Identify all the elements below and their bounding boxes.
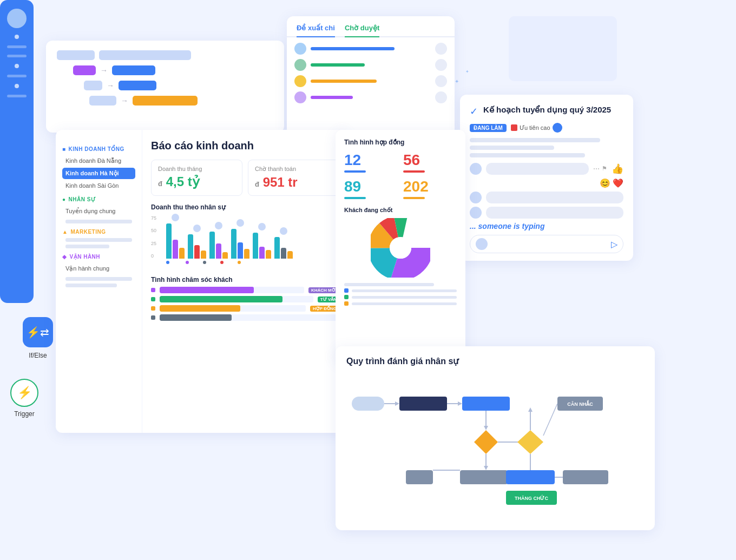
bar-avatar bbox=[280, 227, 287, 235]
heart-reaction: ❤️ bbox=[613, 178, 623, 188]
arrowhead bbox=[395, 401, 399, 406]
contract-num-12: 12 bbox=[344, 151, 398, 169]
node-dark bbox=[399, 397, 447, 411]
node-gray2 bbox=[563, 470, 608, 484]
chart-dot bbox=[203, 261, 206, 264]
wf-arrow: → bbox=[121, 96, 128, 105]
budget-item bbox=[294, 91, 447, 103]
contract-big-card: Tình hình hợp đồng 12 56 89 202 Khách đa… bbox=[336, 130, 465, 363]
kpi-pending-value: đ 951 tr bbox=[255, 175, 332, 190]
comment-input[interactable] bbox=[491, 240, 608, 248]
pie-svg bbox=[371, 218, 430, 278]
contract-num-56: 56 bbox=[403, 151, 457, 169]
kpi-prefix-2: đ bbox=[255, 180, 259, 188]
comment-row-3 bbox=[470, 207, 623, 219]
bar-avatar bbox=[215, 222, 222, 229]
task-header: ✓ Kế hoạch tuyển dụng quý 3/2025 bbox=[470, 104, 623, 117]
sidebar-line bbox=[7, 45, 27, 48]
nav-item-sai-gon[interactable]: Kinh doanh Sài Gòn bbox=[62, 180, 135, 191]
bar bbox=[216, 243, 221, 259]
budget-bar-wrap bbox=[311, 63, 431, 67]
nav-item-van-hanh-chung[interactable]: Vận hành chung bbox=[62, 263, 135, 274]
contract-num-89: 89 bbox=[344, 178, 398, 195]
bar-group bbox=[274, 237, 293, 259]
nav-item-ha-noi[interactable]: Kinh doanh Hà Nội bbox=[62, 168, 135, 179]
care-bar-wrap bbox=[160, 296, 313, 302]
care-dot bbox=[151, 306, 155, 311]
budget-bar bbox=[311, 63, 365, 67]
nav-icon-circle: ● bbox=[62, 196, 66, 202]
priority-avatar bbox=[553, 123, 562, 133]
chart-dots bbox=[166, 261, 339, 264]
task-check-icon: ✓ bbox=[470, 106, 478, 117]
tab-de-xuat-chi[interactable]: Đề xuất chi bbox=[297, 24, 335, 37]
bar bbox=[209, 232, 215, 259]
kpi-row: Doanh thu tháng đ 4,5 tỷ Chờ thanh toán … bbox=[151, 160, 339, 196]
thumbs-up-reaction: 👍 bbox=[612, 163, 623, 175]
bar bbox=[179, 248, 185, 259]
tab-cho-duyet[interactable]: Chờ duyệt bbox=[345, 24, 379, 37]
bar bbox=[201, 251, 206, 259]
legend-dot bbox=[344, 301, 349, 306]
kpi-revenue-value: đ 4,5 tỷ bbox=[158, 174, 235, 189]
kpi-pending-label: Chờ thanh toán bbox=[255, 166, 332, 173]
contract-bar bbox=[403, 197, 425, 199]
budget-item bbox=[294, 59, 447, 71]
care-badge-contract: HỢP ĐỒNG bbox=[310, 306, 339, 312]
pie-legend bbox=[344, 283, 457, 306]
comment-bubble-2 bbox=[486, 192, 623, 203]
legend-dot bbox=[344, 288, 349, 293]
arrow bbox=[543, 404, 557, 436]
bar-group bbox=[253, 233, 271, 259]
care-bar-wrap bbox=[160, 305, 306, 312]
task-comments: ⋯ ⚑ 👍 😊 ❤️ ... someone is typing ▷ bbox=[470, 163, 623, 253]
task-lines bbox=[470, 138, 623, 157]
pie-chart bbox=[371, 218, 430, 278]
nav-icon-square: ■ bbox=[62, 146, 66, 152]
node-blue bbox=[462, 397, 510, 411]
task-title: Kế hoạch tuyển dụng quý 3/2025 bbox=[483, 104, 611, 115]
chart-dot bbox=[220, 261, 224, 264]
process-svg: CÂN NHẮC THĂNG CHỨC bbox=[346, 375, 649, 505]
nav-item-tuyen-dung[interactable]: Tuyển dụng chung bbox=[62, 206, 135, 217]
comment-avatar-2 bbox=[470, 192, 482, 203]
send-button[interactable]: ▷ bbox=[611, 239, 617, 249]
bar bbox=[166, 223, 172, 259]
care-bar bbox=[160, 305, 240, 312]
comment-avatar-3 bbox=[470, 207, 482, 219]
kpi-pending: Chờ thanh toán đ 951 tr bbox=[248, 160, 339, 196]
budget-tabs: Đề xuất chi Chờ duyệt bbox=[287, 16, 455, 37]
sidebar-avatar bbox=[7, 9, 27, 28]
bar-group bbox=[188, 234, 206, 259]
task-line bbox=[470, 146, 554, 150]
nav-section-nhan-su: ● NHÂN SỰ bbox=[62, 196, 135, 202]
nav-separator bbox=[65, 220, 132, 223]
trigger-icon: ⚡ bbox=[10, 379, 38, 407]
sidebar-line bbox=[7, 95, 27, 97]
report-inner: ■ KINH DOANH TỔNG Kinh doanh Đà Nẵng Kin… bbox=[56, 130, 348, 433]
budget-bar bbox=[311, 47, 395, 50]
nav-separator bbox=[65, 238, 132, 242]
budget-person-avatar bbox=[435, 91, 447, 103]
pin-icon: ⚑ bbox=[602, 165, 607, 173]
thang-chuc-label: THĂNG CHỨC bbox=[515, 495, 548, 501]
legend-row bbox=[344, 301, 457, 306]
process-card: Quy trình đánh giá nhân sự bbox=[336, 346, 655, 530]
more-icon: ⋯ bbox=[593, 165, 600, 173]
legend-bar bbox=[352, 296, 457, 299]
process-title: Quy trình đánh giá nhân sự bbox=[346, 356, 644, 366]
care-bar bbox=[160, 287, 254, 293]
action-item-trigger[interactable]: ⚡ Trigger bbox=[10, 379, 38, 418]
pie-center bbox=[390, 237, 411, 259]
chart-dot bbox=[238, 261, 241, 264]
contract-bar bbox=[344, 197, 366, 199]
nav-item-da-nang[interactable]: Kinh doanh Đà Nẵng bbox=[62, 155, 135, 167]
wf-box-yellow bbox=[133, 96, 198, 106]
auto-label-ifelse: If/Else bbox=[29, 352, 47, 359]
bar bbox=[238, 242, 243, 259]
auto-item-ifelse[interactable]: ⚡⇄ If/Else bbox=[23, 317, 53, 359]
contract-num-202: 202 bbox=[403, 178, 457, 195]
closing-title: Khách đang chốt bbox=[344, 207, 457, 214]
comment-input-row[interactable]: ▷ bbox=[470, 235, 623, 253]
chart-wrap: 75 50 25 0 bbox=[151, 215, 339, 269]
